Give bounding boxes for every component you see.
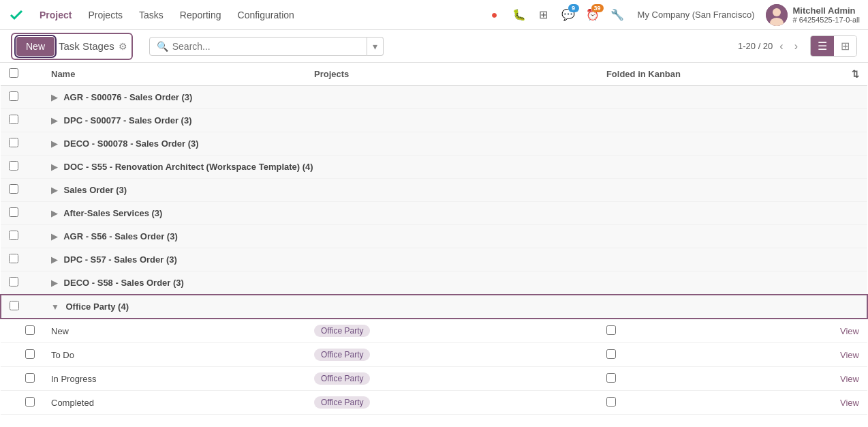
group-checkbox[interactable] (10, 301, 19, 310)
gear-icon[interactable]: ⚙ (119, 41, 127, 52)
expand-icon[interactable]: ▶ (51, 186, 57, 195)
view-link[interactable]: View (840, 374, 859, 384)
new-button[interactable]: New (16, 37, 55, 56)
row-view: View (832, 343, 867, 367)
nav-configuration[interactable]: Configuration (231, 7, 301, 23)
bug-icon[interactable]: 🐛 (510, 5, 529, 25)
expand-icon[interactable]: ▶ (51, 162, 57, 172)
view-link[interactable]: View (840, 326, 859, 336)
group-row[interactable]: ▶ AGR - S56 - Sales Order (3) (1, 225, 867, 248)
kanban-view-button[interactable]: ⊞ (834, 36, 856, 56)
expand-icon[interactable]: ▶ (51, 116, 57, 126)
header-actions[interactable]: ⇅ (832, 63, 867, 86)
project-badge: Office Party (314, 372, 370, 385)
nav-tasks[interactable]: Tasks (132, 7, 170, 23)
row-checkbox[interactable] (25, 325, 35, 335)
group-row[interactable]: ▶ DECO - S58 - Sales Order (3) (1, 271, 867, 295)
header-folded: Folded in Kanban (598, 63, 832, 86)
group-label: ▶ DECO - S58 - Sales Order (3) (43, 271, 832, 295)
group-checkbox[interactable] (9, 115, 18, 124)
group-row[interactable]: ▶ DPC - S00077 - Sales Order (3) (1, 109, 867, 132)
group-checkbox[interactable] (9, 254, 18, 263)
row-checkbox-cell (1, 343, 43, 367)
clock-icon[interactable]: ⏰39 (583, 5, 602, 25)
table-container: Name Projects Folded in Kanban ⇅ ▶ AGR -… (0, 63, 868, 427)
nav-projects[interactable]: Projects (81, 7, 129, 23)
search-dropdown[interactable]: ▾ (367, 37, 384, 56)
header-name: Name (43, 63, 306, 86)
group-checkbox[interactable] (9, 161, 18, 171)
group-row[interactable]: ▶ AGR - S00076 - Sales Order (3) (1, 86, 867, 109)
row-checkbox[interactable] (25, 373, 35, 383)
topnav: Project Projects Tasks Reporting Configu… (0, 0, 868, 30)
row-name: To Do (43, 343, 306, 367)
row-folded (598, 343, 832, 367)
user-info: Mitchell Admin # 64254525-17-0-all (793, 5, 860, 24)
view-link[interactable]: View (840, 350, 859, 360)
group-checkbox[interactable] (9, 207, 18, 217)
group-label: ▶ AGR - S56 - Sales Order (3) (43, 225, 832, 248)
group-row[interactable]: ▶ DOC - S55 - Renovation Architect (Work… (1, 156, 867, 179)
nav-reporting[interactable]: Reporting (173, 7, 228, 23)
search-area: 🔍 ▾ (149, 37, 384, 56)
prev-page-button[interactable]: ‹ (775, 39, 787, 54)
row-name: Completed (43, 391, 306, 415)
group-checkbox-cell (1, 271, 43, 295)
view-toggle: ☰ ⊞ (810, 35, 857, 57)
folded-checkbox[interactable] (606, 325, 616, 335)
view-link[interactable]: View (840, 398, 859, 408)
group-checkbox-cell (1, 86, 43, 109)
column-settings-icon[interactable]: ⇅ (852, 69, 859, 79)
grid-apps-icon[interactable]: ⊞ (534, 5, 553, 25)
list-view-button[interactable]: ☰ (811, 36, 834, 56)
row-folded (598, 391, 832, 415)
app-logo[interactable] (8, 7, 25, 23)
wrench-icon[interactable]: 🔧 (608, 5, 627, 25)
group-checkbox[interactable] (9, 91, 18, 101)
expand-icon[interactable]: ▶ (51, 209, 57, 218)
group-checkbox[interactable] (9, 231, 18, 240)
group-checkbox[interactable] (9, 138, 18, 147)
group-label: ▶ DPC - S57 - Sales Order (3) (43, 248, 832, 271)
folded-checkbox[interactable] (606, 397, 616, 407)
expand-icon[interactable]: ▶ (51, 139, 57, 149)
expand-icon[interactable]: ▶ (51, 278, 57, 288)
group-checkbox[interactable] (9, 184, 18, 194)
expand-icon[interactable]: ▶ (51, 255, 57, 265)
folded-checkbox[interactable] (606, 373, 616, 383)
search-input[interactable] (172, 41, 360, 52)
search-box[interactable]: 🔍 (149, 37, 367, 56)
row-view: View (832, 319, 867, 343)
group-actions (832, 132, 867, 156)
pagination: 1-20 / 20 ‹ › ☰ ⊞ (738, 35, 857, 57)
group-label: ▼ Office Party (4) (43, 295, 832, 319)
chat-icon[interactable]: 💬9 (559, 5, 578, 25)
group-row[interactable]: ▶ Sales Order (3) (1, 179, 867, 202)
row-name: New (43, 319, 306, 343)
group-checkbox[interactable] (9, 277, 18, 286)
group-row[interactable]: ▶ DECO - S00078 - Sales Order (3) (1, 132, 867, 156)
group-row[interactable]: ▶ After-Sales Services (3) (1, 202, 867, 225)
row-folded (598, 367, 832, 391)
row-project: Office Party (306, 367, 598, 391)
folded-checkbox[interactable] (606, 349, 616, 359)
next-page-button[interactable]: › (790, 39, 802, 54)
expand-icon[interactable]: ▶ (51, 232, 57, 241)
group-row[interactable]: ▶ DPC - S57 - Sales Order (3) (1, 248, 867, 271)
select-all-checkbox[interactable] (9, 68, 18, 78)
row-view: View (832, 367, 867, 391)
row-checkbox[interactable] (25, 397, 35, 407)
group-actions (832, 248, 867, 271)
group-label: ▶ AGR - S00076 - Sales Order (3) (43, 86, 832, 109)
table-row: Completed Office Party View (1, 391, 867, 415)
expand-icon[interactable]: ▶ (51, 93, 57, 102)
row-checkbox[interactable] (25, 349, 35, 359)
group-actions (832, 86, 867, 109)
group-actions (832, 109, 867, 132)
avatar[interactable] (766, 4, 788, 26)
nav-project[interactable]: Project (33, 7, 78, 23)
group-row[interactable]: ▼ Office Party (4) (1, 295, 867, 319)
collapse-icon[interactable]: ▼ (51, 302, 59, 312)
status-icon[interactable]: ● (485, 5, 504, 25)
group-actions (832, 156, 867, 179)
